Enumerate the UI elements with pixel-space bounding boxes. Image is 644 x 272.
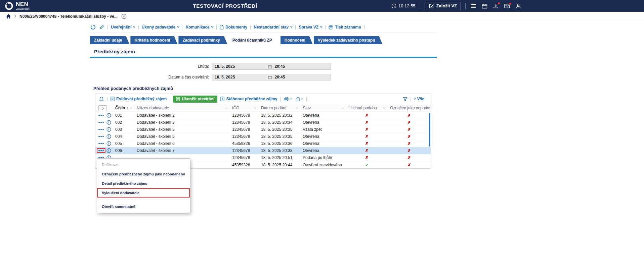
nen-logo[interactable]: NEN Zadavatel [5,1,30,10]
info-icon [106,148,111,153]
calendar-picker-icon[interactable] [268,75,272,79]
notifications-button[interactable] [99,96,104,102]
end-opening-button[interactable]: Ukončit otevírání [173,96,217,103]
breadcrumb-item[interactable]: N006/25/V00004748 - Telekomunikační služ… [19,14,118,19]
print-list-button[interactable] [284,97,292,102]
export-button[interactable] [295,96,303,102]
table-row[interactable]: 002 Dodavatel - školení 3 12345678 18. 5… [95,119,431,126]
column-header-status[interactable]: Stav [300,104,346,112]
row-actions-cell [95,134,113,139]
table-row[interactable]: 001 Dodavatel - školení 2 12345678 18. 5… [95,112,431,119]
column-label: Označen jako nepodaný [390,106,431,110]
menu-item-mark-not-submitted[interactable]: Označení předběžného zájmu jako nepodané… [97,169,190,179]
history-button[interactable] [90,24,96,30]
menu-tisk-zaznamu[interactable]: Tisk záznamu [329,25,361,30]
info-button[interactable] [106,134,111,139]
register-interest-button[interactable]: Evidovat předběžný zájem [111,97,167,101]
cell-status: Vzata zpět [300,127,346,132]
end-opening-label: Ukončit otevírání [182,97,214,101]
menu-label: Nestandardní stav [254,25,289,30]
menu-item-detail[interactable]: Detail předběžného zájmu [97,179,190,188]
divider [420,3,420,9]
filter-button[interactable] [402,97,408,102]
cell-not-submitted-mark: ✗ [388,163,431,167]
chevron-down-icon [320,26,322,29]
column-header-supplier[interactable]: Název dodavatele [134,104,230,112]
form-check-icon [176,97,180,101]
table-row[interactable]: 005 Dodavatel - školení 6 45359326 18. 5… [95,140,431,147]
profile-button[interactable] [515,3,521,9]
main-menu-button[interactable] [470,3,477,9]
prelim-interest-panel: Evidovat předběžný zájem Ukončit otevírá… [95,94,431,169]
tab-zakladni-udaje[interactable]: Základní údaje [90,36,129,44]
tab-zadavaci-podminky[interactable]: Zadávací podmínky [178,36,227,44]
table-row-selected[interactable]: 006 Dodavatel - školení 7 12345678 18. 5… [95,147,431,154]
menu-uverejneni[interactable]: Uveřejnění [111,25,135,30]
cell-supplier: Dodavatel - školení 5 [134,127,230,132]
calendar-button[interactable] [481,3,488,9]
column-header-ico[interactable]: IČO [230,104,259,112]
row-context-menu: Dešifrovat Označení předběžného zájmu ja… [97,158,190,213]
logo-text: NEN [16,1,28,7]
tab-kriteria-hodnoceni[interactable]: Kritéria hodnocení [130,36,177,44]
info-button[interactable] [106,127,111,132]
create-vz-button[interactable]: Založit VZ [425,2,461,10]
column-header-submitted[interactable]: Datum podání [259,104,300,112]
download-interests-button[interactable]: Stáhnout předběžné zájmy [220,97,277,101]
info-icon [106,127,111,132]
column-settings-button[interactable] [98,105,107,111]
cell-number: 005 [113,141,134,146]
downloads-button[interactable] [492,3,499,9]
info-button[interactable] [106,148,111,153]
opening-time-value: 20:45 [272,75,328,79]
row-menu-button[interactable] [97,121,105,124]
filter-all-button[interactable]: Vše [414,97,424,101]
chevron-down-icon [133,26,135,29]
calendar-picker-icon[interactable] [268,65,272,68]
deadline-form: Lhůta: 18. 5. 2025 20:45 Datum a čas ote… [90,63,437,80]
download-list-icon [220,97,224,101]
opening-datetime-field[interactable]: 18. 5. 2025 20:45 [212,74,331,80]
edit-button[interactable] [99,24,104,30]
table-row[interactable]: 004 Dodavatel - školení 5 12345678 18. 5… [95,133,431,140]
menu-dokumenty[interactable]: Dokumenty [220,25,247,30]
row-menu-button[interactable] [97,114,105,117]
cell-ico: 12345678 [230,134,259,139]
close-record-button[interactable] [121,14,127,19]
filter-icon [403,97,407,101]
tab-vysledek-zadavaciho-postupu[interactable]: Výsledek zadávacího postupu [314,36,383,44]
table-row[interactable]: 003 Dodavatel - školení 5 12345678 18. 5… [95,126,431,133]
column-header-number[interactable]: Číslo ↑ [113,104,134,112]
row-menu-button[interactable] [97,128,105,131]
divider [250,25,251,30]
column-header-not-submitted[interactable]: Označen jako nepodaný [388,104,431,112]
tab-hodnoceni[interactable]: Hodnocení [281,36,313,44]
scrollbar-thumb[interactable] [429,113,430,147]
row-menu-button[interactable] [97,142,105,145]
column-header-paper[interactable]: Listinná podoba [346,104,388,112]
column-settings-cell [95,104,113,112]
deadline-datetime-field[interactable]: 18. 5. 2025 20:45 [212,63,331,70]
cell-ico: 12345678 [230,148,259,153]
menu-ukony-zadavatele[interactable]: Úkony zadavatele [142,25,179,30]
menu-komunikace[interactable]: Komunikace [185,25,213,30]
tab-podani-ucastniku-zp[interactable]: Podání účastníků ZP [228,36,280,44]
messages-button[interactable] [504,3,511,9]
home-button[interactable] [6,14,11,19]
menu-item-open-separately[interactable]: Otevřít samostatně [97,202,190,211]
calendar-icon [482,3,487,9]
divider [325,25,326,30]
divider [182,25,182,30]
info-button[interactable] [106,141,111,146]
menu-nestandardni-stav[interactable]: Nestandardní stav [254,25,292,30]
row-menu-button-highlighted[interactable] [97,149,105,152]
menu-item-exclude-supplier[interactable]: Vyloučení dodavatele [97,188,190,198]
cell-status: Otevřena [300,141,346,146]
row-menu-button[interactable] [97,135,105,138]
form-row-deadline: Lhůta: 18. 5. 2025 20:45 [90,63,437,70]
menu-sprava-vz[interactable]: Správa VZ [299,25,322,30]
share-icon [296,97,300,101]
info-button[interactable] [106,113,111,118]
info-button[interactable] [106,120,111,125]
main-content: Uveřejnění Úkony zadavatele Komunikace D… [90,24,437,169]
